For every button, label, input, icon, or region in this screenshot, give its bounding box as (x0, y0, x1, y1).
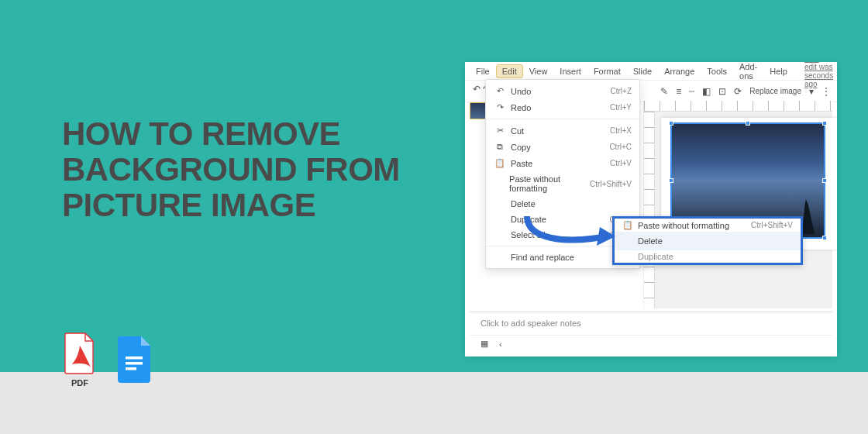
callout-item-delete[interactable]: Delete (615, 232, 801, 250)
menu-item-label: Paste without formatting (638, 221, 729, 230)
menu-format[interactable]: Format (587, 64, 627, 78)
menu-item-paste-without-formatting[interactable]: Paste without formattingCtrl+Shift+V (486, 171, 639, 196)
crop-icon[interactable]: ⊡ (717, 84, 728, 98)
svg-rect-2 (126, 367, 136, 370)
menu-item-label: Copy (511, 143, 531, 152)
menu-edit[interactable]: Edit (496, 64, 523, 78)
menu-slide[interactable]: Slide (627, 64, 658, 78)
menu-insert[interactable]: Insert (553, 64, 587, 78)
callout-item-duplicate[interactable]: Duplicate (615, 250, 801, 263)
menu-shortcut: Ctrl+Shift+V (590, 180, 632, 188)
cut-icon: ✂ (494, 126, 506, 136)
ruler-horizontal (644, 101, 832, 112)
menu-item-cut[interactable]: ✂CutCtrl+X (486, 122, 639, 139)
menu-addons[interactable]: Add-ons (733, 62, 763, 83)
menu-item-label: Paste (511, 159, 532, 168)
pdf-label: PDF (71, 378, 88, 388)
mask-icon[interactable]: ◧ (701, 84, 712, 98)
svg-rect-0 (126, 356, 143, 360)
callout-highlight: 📋Paste without formattingCtrl+Shift+V De… (612, 216, 803, 265)
menu-item-label: Find and replace (511, 253, 574, 262)
border-color-icon[interactable]: ✎ (659, 84, 670, 98)
reset-icon[interactable]: ⟳ (732, 84, 743, 98)
prev-slide-icon[interactable]: ‹ (499, 339, 502, 349)
svg-rect-1 (126, 362, 143, 365)
resize-handle[interactable] (669, 121, 673, 126)
replace-image-button[interactable]: Replace image (748, 85, 803, 97)
border-weight-icon[interactable]: ≡ (674, 84, 683, 98)
resize-handle[interactable] (822, 236, 827, 240)
menu-item-copy[interactable]: ⧉CopyCtrl+C (486, 139, 639, 155)
menu-item-label: Delete (638, 236, 663, 246)
footer-controls: ▦ ‹ (470, 335, 832, 352)
annotation-arrow (519, 213, 620, 252)
resize-handle[interactable] (822, 178, 827, 183)
menu-view[interactable]: View (523, 64, 554, 78)
menu-shortcut: Ctrl+Shift+V (751, 221, 793, 229)
menu-help[interactable]: Help (763, 64, 794, 78)
menu-tools[interactable]: Tools (701, 64, 733, 78)
pdf-icon[interactable]: PDF (62, 332, 98, 388)
menu-shortcut: Ctrl+Z (611, 87, 632, 95)
menu-item-label: Undo (511, 87, 531, 96)
menu-item-label: Delete (511, 199, 536, 208)
paste-icon: 📋 (494, 158, 506, 168)
copy-icon: ⧉ (494, 142, 506, 152)
callout-item-paste-without[interactable]: 📋Paste without formattingCtrl+Shift+V (615, 219, 801, 232)
grid-view-icon[interactable]: ▦ (480, 339, 488, 349)
more-icon[interactable]: ⋮ (820, 84, 832, 98)
slide-canvas (643, 101, 832, 308)
menu-shortcut: Ctrl+V (610, 159, 632, 167)
dropdown-caret-icon[interactable]: ▾ (808, 84, 815, 98)
resize-handle[interactable] (669, 178, 673, 183)
redo-icon: ↷ (494, 102, 506, 112)
border-dash-icon[interactable]: ┄ (687, 84, 696, 98)
undo-icon: ↶ (494, 86, 506, 96)
menu-item-paste[interactable]: 📋PasteCtrl+V (486, 155, 639, 171)
menu-item-delete[interactable]: Delete (486, 196, 639, 212)
page-title: HOW TO REMOVE BACKGROUND FROM PICTURE IM… (62, 116, 418, 224)
menu-shortcut: Ctrl+X (610, 126, 632, 135)
slides-app-screenshot: File Edit View Insert Format Slide Arran… (465, 62, 837, 356)
menu-item-label: Redo (511, 103, 531, 112)
menu-shortcut: Ctrl+Y (610, 103, 632, 112)
menu-shortcut: Ctrl+C (609, 143, 632, 151)
resize-handle[interactable] (822, 121, 827, 126)
menu-item-undo[interactable]: ↶UndoCtrl+Z (486, 83, 639, 99)
speaker-notes[interactable]: Click to add speaker notes (470, 312, 832, 333)
menu-item-label: Cut (511, 126, 524, 136)
menu-item-label: Duplicate (638, 252, 673, 261)
menubar: File Edit View Insert Format Slide Arran… (465, 62, 837, 81)
menu-item-redo[interactable]: ↷RedoCtrl+Y (486, 99, 639, 115)
menu-item-label: Paste without formatting (509, 174, 590, 193)
menu-arrange[interactable]: Arrange (658, 64, 701, 78)
docs-icon[interactable] (116, 336, 153, 388)
menu-file[interactable]: File (470, 64, 496, 78)
ruler-vertical (644, 112, 655, 308)
format-icons: PDF (62, 332, 153, 388)
paste-plain-icon: 📋 (622, 220, 633, 230)
resize-handle[interactable] (746, 121, 750, 126)
